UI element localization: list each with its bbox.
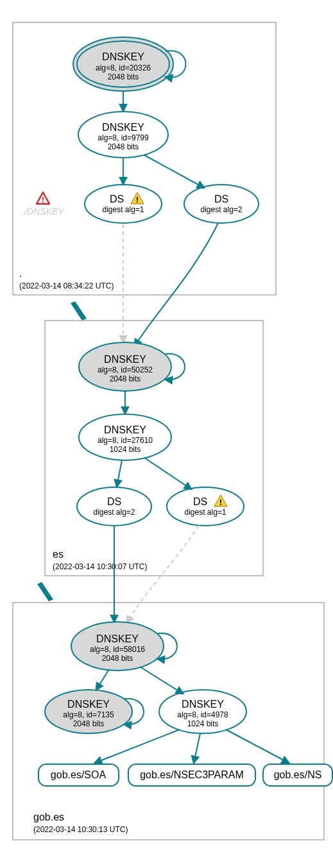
node-gob-zsk-line3: 1024 bits	[187, 719, 219, 728]
node-root-ds2-title: DS	[214, 194, 228, 204]
node-gob-k2: DNSKEY alg=8, id=7135 2048 bits	[45, 690, 132, 733]
zone-root-label: .	[19, 268, 22, 279]
node-root-ksk-line3: 2048 bits	[108, 72, 139, 81]
node-es-ksk-title: DNSKEY	[104, 354, 146, 365]
node-root-ds1-line2: digest alg=1	[102, 205, 144, 214]
node-root-ds2: DS digest alg=2	[184, 185, 259, 223]
node-root-ksk: DNSKEY alg=8, id=20326 2048 bits	[73, 37, 173, 91]
node-es-zsk-line3: 1024 bits	[110, 445, 141, 454]
node-es-ds2-title: DS	[107, 496, 121, 507]
node-gob-zsk-title: DNSKEY	[182, 699, 224, 710]
edge-root-zsk-to-ds2	[144, 155, 204, 188]
edge-gob-ksk-to-zsk	[140, 667, 183, 694]
edge-es-zsk-to-ds1	[144, 458, 191, 489]
node-root-zsk-line3: 2048 bits	[108, 142, 139, 151]
edge-gob-zsk-to-nsec	[194, 733, 200, 763]
node-es-zsk: DNSKEY alg=8, id=27610 1024 bits	[79, 414, 171, 460]
node-gob-ksk: DNSKEY alg=8, id=58016 2048 bits	[71, 622, 164, 671]
node-es-zsk-line2: alg=8, id=27610	[98, 436, 153, 445]
error-icon	[37, 192, 49, 204]
node-es-ksk-line3: 2048 bits	[110, 374, 141, 383]
edge-root-ds2-to-es-ksk	[135, 223, 218, 346]
node-root-ds2-line2: digest alg=2	[200, 205, 242, 214]
node-gob-nsec-label: gob.es/NSEC3PARAM	[140, 769, 244, 780]
zone-gob-label: gob.es	[33, 812, 64, 822]
node-es-ksk: DNSKEY alg=8, id=50252 2048 bits	[79, 342, 171, 391]
edge-gob-zsk-to-soa	[95, 730, 180, 763]
node-es-ds1-line2: digest alg=1	[184, 508, 226, 517]
delegation-arrow-root-to-es	[71, 301, 87, 321]
zone-es-timestamp: (2022-03-14 10:30:07 UTC)	[53, 562, 147, 571]
node-es-zsk-title: DNSKEY	[104, 424, 146, 435]
node-gob-nsec: gob.es/NSEC3PARAM	[128, 764, 255, 786]
node-es-ds2-line2: digest alg=2	[93, 508, 135, 517]
node-gob-soa: gob.es/SOA	[38, 764, 119, 786]
node-gob-soa-label: gob.es/SOA	[51, 769, 107, 780]
node-root-zsk-title: DNSKEY	[102, 122, 144, 133]
node-es-ds1: DS digest alg=1	[167, 487, 244, 526]
node-gob-k2-line3: 2048 bits	[73, 719, 105, 728]
zone-gob-timestamp: (2022-03-14 10:30:13 UTC)	[33, 825, 128, 834]
node-root-ds1-title: DS	[110, 194, 124, 204]
node-root-ds1: DS digest alg=1	[85, 185, 162, 223]
node-root-missing-label: ./DNSKEY	[22, 206, 65, 217]
node-es-ds1-title: DS	[193, 496, 207, 507]
node-gob-ksk-line3: 2048 bits	[102, 654, 133, 663]
zone-es-label: es	[53, 549, 64, 560]
node-root-zsk: DNSKEY alg=8, id=9799 2048 bits	[78, 112, 168, 158]
node-gob-k2-line2: alg=8, id=7135	[63, 710, 114, 719]
node-gob-zsk-line2: alg=8, id=4978	[177, 710, 228, 719]
edge-gob-ksk-to-k2	[96, 669, 109, 690]
edge-es-zsk-to-ds2	[117, 460, 122, 487]
node-es-ds2: DS digest alg=2	[77, 487, 151, 526]
edge-gob-zsk-to-ns	[226, 730, 289, 763]
edge-es-ds1-to-gob-ksk	[127, 526, 199, 623]
node-es-ksk-line2: alg=8, id=50252	[98, 365, 153, 374]
node-gob-ns: gob.es/NS	[263, 764, 332, 786]
delegation-arrow-es-to-gob	[37, 582, 53, 601]
node-gob-ksk-line2: alg=8, id=58016	[90, 645, 145, 654]
node-gob-k2-title: DNSKEY	[67, 699, 110, 710]
node-root-zsk-line2: alg=8, id=9799	[98, 133, 149, 142]
node-gob-ksk-title: DNSKEY	[96, 633, 139, 644]
node-gob-ns-label: gob.es/NS	[274, 769, 322, 780]
zone-root-timestamp: (2022-03-14 08:34:22 UTC)	[19, 281, 114, 290]
node-root-missing: ./DNSKEY	[22, 192, 65, 217]
node-root-ksk-title: DNSKEY	[102, 51, 144, 62]
node-root-ksk-line2: alg=8, id=20326	[96, 63, 151, 72]
node-gob-zsk: DNSKEY alg=8, id=4978 1024 bits	[159, 690, 246, 733]
